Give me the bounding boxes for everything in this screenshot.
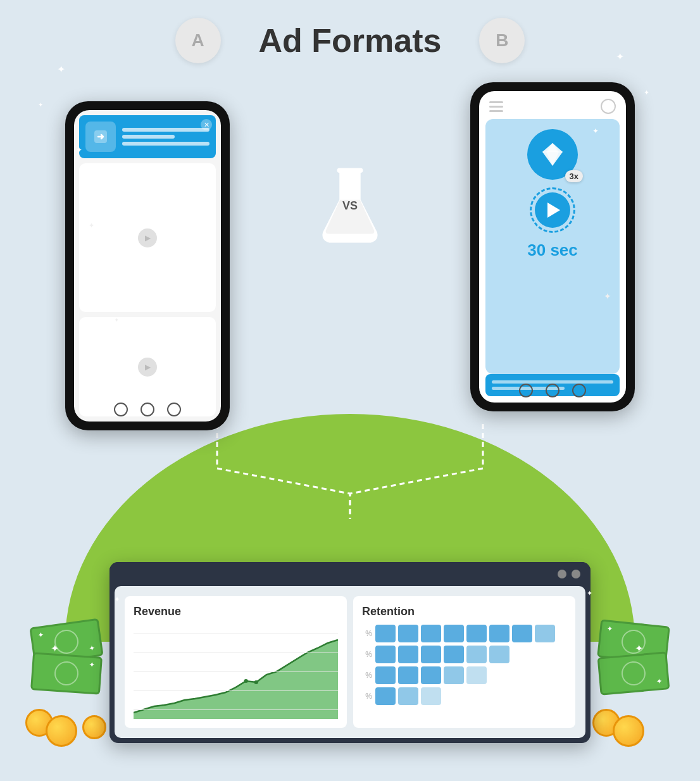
ret-cell bbox=[535, 646, 555, 663]
ret-cell bbox=[444, 687, 464, 705]
ret-cells-1 bbox=[375, 625, 555, 642]
phone-b-screen: 3x 30 sec bbox=[479, 91, 626, 403]
ret-cell bbox=[535, 666, 555, 684]
close-button[interactable]: ✕ bbox=[201, 119, 212, 130]
ret-cells-2 bbox=[375, 646, 555, 663]
ret-cell bbox=[375, 666, 396, 684]
ret-cell bbox=[466, 625, 487, 642]
sparkle-2: ✦ bbox=[38, 101, 43, 108]
money-stack-right: ✦ ✦ bbox=[599, 623, 668, 730]
sparkle-9: ✦ bbox=[114, 316, 119, 323]
window-titlebar bbox=[109, 562, 591, 586]
ret-cell bbox=[512, 646, 532, 663]
coin-left-3 bbox=[82, 715, 106, 739]
sparkle-money-3: ✦ bbox=[635, 642, 643, 654]
sparkle-8: ✦ bbox=[89, 222, 94, 230]
retention-panel: Retention % bbox=[353, 596, 575, 728]
window-dot-1 bbox=[558, 570, 566, 578]
ret-cells-3 bbox=[375, 666, 555, 684]
ret-cell bbox=[375, 625, 396, 642]
nav-dot-2 bbox=[141, 403, 154, 416]
svg-rect-1 bbox=[337, 168, 363, 173]
ret-cell bbox=[398, 625, 418, 642]
vs-label: VS bbox=[342, 199, 358, 213]
phone-a-nav bbox=[65, 403, 230, 416]
phone-b-nav bbox=[470, 384, 635, 397]
retention-row-2: % bbox=[362, 646, 566, 663]
sparkle-money-1: ✦ bbox=[51, 642, 59, 654]
phones-area: ✕ ▶ ▶ VS bbox=[65, 76, 635, 430]
ret-cell bbox=[444, 666, 464, 684]
sparkle-1: ✦ bbox=[57, 63, 65, 75]
sparkle-7: ✦ bbox=[604, 291, 611, 301]
sparkle-6: ✦ bbox=[592, 127, 599, 135]
coins-left bbox=[32, 692, 101, 730]
nav-dot-1 bbox=[114, 403, 128, 416]
ret-label-1: % bbox=[362, 629, 372, 638]
sparkle-money-4: ✦ bbox=[587, 589, 592, 597]
chart-grid-lines bbox=[134, 625, 338, 719]
hamburger-icon bbox=[489, 101, 503, 112]
banner-ad: ✕ bbox=[79, 115, 216, 158]
ret-cell bbox=[421, 625, 441, 642]
ret-cell bbox=[375, 687, 396, 705]
dashed-connector bbox=[128, 418, 572, 534]
retention-title: Retention bbox=[362, 605, 566, 618]
ret-cell bbox=[512, 625, 532, 642]
play-icon-1: ▶ bbox=[138, 228, 157, 247]
badge-a: A bbox=[175, 18, 221, 63]
ret-label-4: % bbox=[362, 692, 372, 701]
phone-b: 3x 30 sec bbox=[470, 82, 635, 411]
banner-lines bbox=[122, 128, 209, 146]
coin-left-2 bbox=[46, 715, 77, 747]
play-button[interactable] bbox=[535, 192, 570, 228]
retention-row-1: % bbox=[362, 625, 566, 642]
bill-left-2: ✦ bbox=[30, 652, 103, 695]
multiplier-badge: 3x bbox=[565, 170, 583, 182]
analytics-window: Revenue bbox=[109, 562, 591, 743]
coin-right-2 bbox=[613, 715, 644, 747]
sparkle-money-2: ✦ bbox=[114, 595, 120, 604]
banner-line-2 bbox=[122, 135, 175, 139]
play-circle bbox=[530, 187, 575, 233]
ret-cell bbox=[535, 625, 555, 642]
ret-cell bbox=[512, 687, 532, 705]
ret-cell bbox=[398, 687, 418, 705]
revenue-chart bbox=[134, 625, 338, 719]
circle-icon bbox=[601, 99, 616, 114]
bill-right-2: ✦ bbox=[597, 651, 670, 695]
ret-cell bbox=[375, 646, 396, 663]
money-stack-left: ✦ ✦ ✦ bbox=[32, 623, 101, 730]
ret-cell bbox=[489, 687, 509, 705]
ret-label-2: % bbox=[362, 650, 372, 659]
sparkle-4: ✦ bbox=[644, 89, 649, 97]
content-card-1: ▶ bbox=[79, 163, 216, 312]
ret-cell bbox=[444, 625, 464, 642]
banner-line-1 bbox=[122, 128, 209, 132]
ret-cell bbox=[489, 625, 509, 642]
revenue-panel: Revenue bbox=[125, 596, 347, 728]
ret-cell bbox=[466, 666, 487, 684]
money-right: ✦ ✦ bbox=[599, 623, 668, 730]
ret-cell bbox=[421, 666, 441, 684]
content-card-2: ▶ bbox=[79, 317, 216, 416]
ret-cell bbox=[398, 666, 418, 684]
retention-row-4: % bbox=[362, 687, 566, 705]
vs-area: VS bbox=[315, 165, 385, 247]
play-icon-2: ▶ bbox=[138, 358, 157, 377]
ret-cell bbox=[535, 687, 555, 705]
retention-row-3: % bbox=[362, 666, 566, 684]
nav-dot-b-2 bbox=[546, 384, 559, 397]
coins-right bbox=[599, 692, 668, 730]
ret-cell bbox=[489, 666, 509, 684]
revenue-title: Revenue bbox=[134, 605, 338, 618]
ret-label-3: % bbox=[362, 671, 372, 680]
ret-cell bbox=[398, 646, 418, 663]
nav-dot-b-3 bbox=[572, 384, 586, 397]
money-left: ✦ ✦ ✦ bbox=[32, 623, 101, 730]
ret-cells-4 bbox=[375, 687, 555, 705]
play-triangle-icon bbox=[547, 203, 560, 218]
nav-dot-3 bbox=[167, 403, 181, 416]
banner-ad-icon bbox=[85, 122, 116, 152]
banner-line-3 bbox=[122, 142, 209, 146]
